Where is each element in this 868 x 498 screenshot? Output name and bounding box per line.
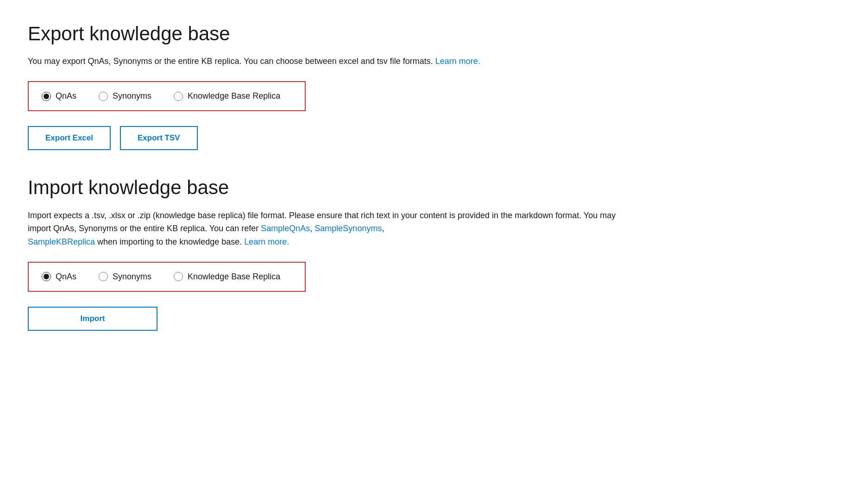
import-section: Import knowledge base Import expects a .… [28,176,840,331]
import-radio-synonyms[interactable] [99,272,108,281]
import-radio-kbreplica[interactable] [174,272,183,281]
export-button-group: Export Excel Export TSV [28,126,840,150]
sample-kbreplica-link[interactable]: SampleKBReplica [28,237,95,246]
export-radio-group: QnAs Synonyms Knowledge Base Replica [28,81,306,111]
import-description: Import expects a .tsv, .xlsx or .zip (kn… [28,209,630,249]
import-label-kbreplica: Knowledge Base Replica [188,272,280,282]
export-label-qnas: QnAs [56,91,76,101]
import-button[interactable]: Import [28,307,157,331]
import-option-synonyms[interactable]: Synonyms [99,272,151,282]
import-learn-more-link[interactable]: Learn more. [244,237,289,246]
import-title: Import knowledge base [28,176,840,199]
import-when-importing: when importing to the knowledge base. [95,237,244,246]
export-section: Export knowledge base You may export QnA… [28,22,840,150]
import-label-qnas: QnAs [56,272,76,282]
export-description-text: You may export QnAs, Synonyms or the ent… [28,57,433,66]
export-option-qnas[interactable]: QnAs [42,91,76,101]
import-option-kbreplica[interactable]: Knowledge Base Replica [174,272,280,282]
export-title: Export knowledge base [28,22,840,45]
import-comma-1: , [310,224,314,233]
import-comma-2: , [382,224,384,233]
sample-synonyms-link[interactable]: SampleSynonyms [314,224,382,233]
export-description: You may export QnAs, Synonyms or the ent… [28,55,630,68]
export-label-kbreplica: Knowledge Base Replica [188,91,280,101]
export-learn-more-link[interactable]: Learn more. [435,57,480,66]
export-tsv-button[interactable]: Export TSV [120,126,198,150]
sample-qnas-link[interactable]: SampleQnAs [261,224,310,233]
import-label-synonyms: Synonyms [113,272,151,282]
export-radio-qnas[interactable] [42,92,51,101]
import-radio-group: QnAs Synonyms Knowledge Base Replica [28,262,306,292]
export-radio-synonyms[interactable] [99,92,108,101]
import-radio-qnas[interactable] [42,272,51,281]
export-option-kbreplica[interactable]: Knowledge Base Replica [174,91,280,101]
export-excel-button[interactable]: Export Excel [28,126,111,150]
import-option-qnas[interactable]: QnAs [42,272,76,282]
export-option-synonyms[interactable]: Synonyms [99,91,151,101]
export-radio-kbreplica[interactable] [174,92,183,101]
export-label-synonyms: Synonyms [113,91,151,101]
